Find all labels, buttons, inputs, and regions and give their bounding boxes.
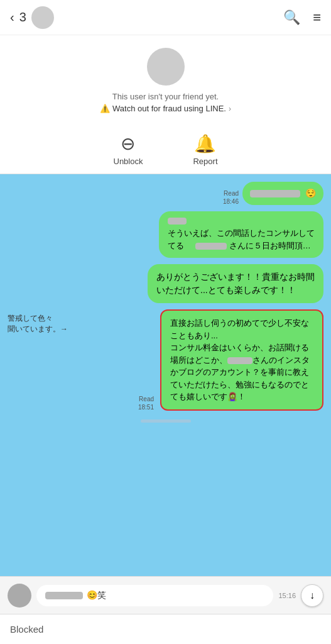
msg-meta: Read 18:46 <box>223 190 239 205</box>
msg-meta: Read 18:51 <box>138 396 154 411</box>
message-bubble: ありがとうございます！！貴重なお時間いただけて...とても楽しみです！！ <box>148 264 323 303</box>
avatar <box>31 6 54 29</box>
table-row: ありがとうございます！！貴重なお時間いただけて...とても楽しみです！！ <box>8 264 323 303</box>
chat-area: Read 18:46 😌 そういえば、この間話したコンサルしててる さんに５日お… <box>0 174 331 616</box>
fraud-warning[interactable]: ⚠️ Watch out for fraud using LINE. › <box>100 104 231 113</box>
blocked-status: Blocked <box>10 624 43 635</box>
fraud-text: Watch out for fraud using LINE. <box>112 104 226 113</box>
profile-area: This user isn't your friend yet. ⚠️ Watc… <box>0 35 331 123</box>
table-row: そういえば、この間話したコンサルしててる さんに５日お時間頂… <box>8 211 323 258</box>
input-area: 😊笑 15:16 ↓ <box>0 576 331 614</box>
unblock-icon: ⊖ <box>121 133 135 154</box>
msg-with-meta: Read 18:51 直接お話し伺うの初めてで少し不安なこともあり... コンサ… <box>72 309 323 411</box>
blurred-inline <box>195 243 227 250</box>
header: ‹ 3 🔍 ≡ <box>0 0 331 35</box>
input-time: 15:16 <box>278 592 296 599</box>
sender-avatar <box>8 584 31 608</box>
divider <box>8 419 323 423</box>
read-indicator: Read <box>139 396 154 402</box>
search-icon[interactable]: 🔍 <box>283 9 300 26</box>
emoji: 😌 <box>305 187 316 200</box>
msg-time: 18:51 <box>138 404 154 411</box>
warning-icon: ⚠️ <box>100 104 110 113</box>
action-buttons: ⊖ Unblock 🔔 Report <box>0 123 331 174</box>
friend-notice: This user isn't your friend yet. <box>112 92 219 101</box>
table-row: Read 18:46 😌 <box>8 182 323 205</box>
divider-bar <box>141 419 191 423</box>
back-count: 3 <box>19 10 26 25</box>
read-indicator: Read <box>224 190 239 197</box>
menu-icon[interactable]: ≡ <box>313 9 321 26</box>
back-button[interactable]: ‹ <box>10 10 14 25</box>
left-annotation: 警戒して色々聞いています。→ <box>8 313 68 335</box>
profile-avatar <box>147 48 185 86</box>
fraud-chevron: › <box>229 104 231 113</box>
chevron-down-icon: ↓ <box>310 590 315 601</box>
msg-time: 18:46 <box>223 198 239 205</box>
report-label: Report <box>193 157 217 166</box>
header-right: 🔍 ≡ <box>283 9 321 26</box>
message-bubble: 😌 <box>242 182 323 205</box>
header-left: ‹ 3 <box>10 6 54 29</box>
left-label: 警戒して色々聞いています。→ <box>8 313 68 335</box>
blurred-avatar-small <box>168 218 187 225</box>
report-icon: 🔔 <box>194 133 216 154</box>
blurred-name2 <box>227 357 252 364</box>
last-message-bubble: 😊笑 <box>36 585 273 606</box>
report-button[interactable]: 🔔 Report <box>193 133 217 166</box>
blurred-sender <box>45 592 83 599</box>
message-row-complex: 警戒して色々聞いています。→ Read 18:51 直接お話し伺うの初めてで少し… <box>8 309 323 411</box>
unblock-label: Unblock <box>114 157 143 166</box>
message-bubble: そういえば、この間話したコンサルしててる さんに５日お時間頂… <box>159 211 323 258</box>
last-message-text: 😊笑 <box>87 590 106 601</box>
unblock-button[interactable]: ⊖ Unblock <box>114 133 143 166</box>
bottom-bar: Blocked <box>0 614 331 644</box>
message-bubble-outlined: 直接お話し伺うの初めてで少し不安なこともあり... コンサル料金はいくらか、お話… <box>160 309 323 411</box>
scroll-down-button[interactable]: ↓ <box>301 584 323 607</box>
blurred-name <box>250 190 300 197</box>
